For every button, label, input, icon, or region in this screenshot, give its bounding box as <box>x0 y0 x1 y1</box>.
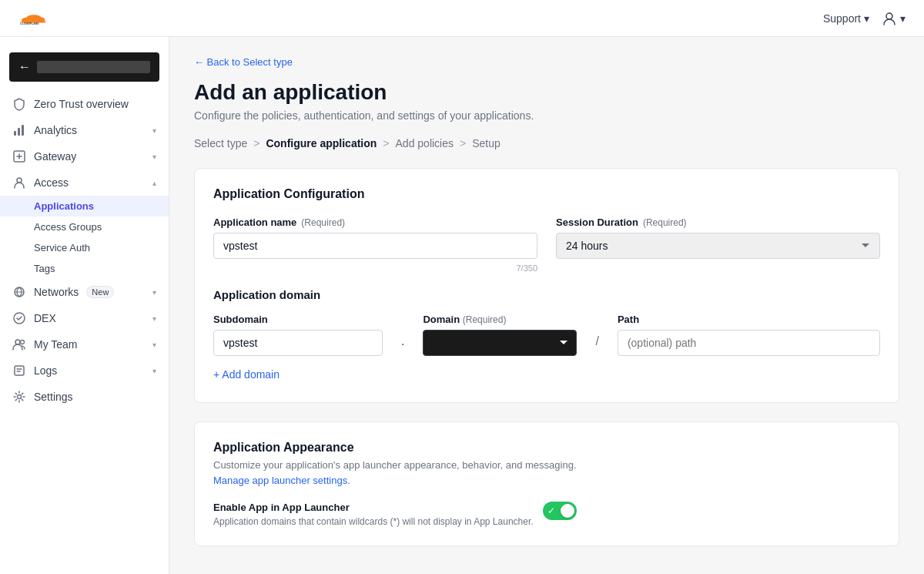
svg-rect-7 <box>18 128 20 136</box>
session-duration-select[interactable]: 30 minutes 1 hour 6 hours 12 hours 24 ho… <box>556 233 880 259</box>
account-switcher[interactable]: ← <box>9 52 159 82</box>
app-config-title: Application Configuration <box>213 187 880 201</box>
app-name-input[interactable] <box>213 233 537 259</box>
logo: CLOUDFLARE <box>18 8 49 29</box>
gateway-icon <box>12 149 26 163</box>
access-icon <box>12 176 26 190</box>
network-icon <box>12 285 26 299</box>
session-duration-label: Session Duration (Required) <box>556 217 880 228</box>
svg-point-16 <box>18 395 22 399</box>
app-name-label: Application name (Required) <box>213 217 537 228</box>
sidebar-item-my-team[interactable]: My Team ▾ <box>0 331 169 357</box>
team-icon <box>12 337 26 351</box>
breadcrumb-sep-2: > <box>383 137 389 149</box>
sidebar-item-gateway-label: Gateway <box>34 150 76 163</box>
sidebar-item-gateway[interactable]: Gateway ▾ <box>0 143 169 170</box>
main-content: ← Back to Select type Add an application… <box>169 37 924 574</box>
toggle-label: Enable App in App Launcher <box>213 502 534 513</box>
breadcrumb-step-1: Select type <box>194 137 247 149</box>
page-subtitle: Configure the policies, authentication, … <box>194 109 899 122</box>
svg-rect-15 <box>15 366 24 375</box>
account-name-redacted <box>37 61 150 73</box>
subdomain-col: Subdomain <box>213 314 383 356</box>
analytics-chevron: ▾ <box>152 126 156 135</box>
sidebar: ← Zero Trust overview Analytics ▾ <box>0 37 169 574</box>
toggle-desc: Application domains that contain wildcar… <box>213 516 534 527</box>
logs-chevron: ▾ <box>152 367 156 375</box>
top-nav-right: Support ▾ ▾ <box>823 11 906 26</box>
app-name-group: Application name (Required) 7/350 <box>213 217 537 273</box>
logs-icon <box>12 364 26 378</box>
domain-select[interactable] <box>423 330 577 356</box>
user-icon <box>882 11 897 26</box>
access-groups-label: Access Groups <box>34 221 102 233</box>
sidebar-item-logs-label: Logs <box>34 364 57 377</box>
sidebar-item-logs[interactable]: Logs ▾ <box>0 357 169 384</box>
applications-label: Applications <box>34 200 94 212</box>
sidebar-sub-item-service-auth[interactable]: Service Auth <box>0 237 169 258</box>
breadcrumb-step-4: Setup <box>472 137 500 149</box>
sidebar-sub-item-tags[interactable]: Tags <box>0 258 169 279</box>
support-chevron: ▾ <box>864 12 869 25</box>
sidebar-sub-item-access-groups[interactable]: Access Groups <box>0 217 169 237</box>
svg-rect-6 <box>14 131 16 136</box>
sidebar-item-zero-trust[interactable]: Zero Trust overview <box>0 91 169 117</box>
session-duration-required: (Required) <box>643 217 687 228</box>
support-label: Support <box>823 12 861 25</box>
enable-app-launcher-toggle[interactable]: ✓ <box>543 502 577 520</box>
sidebar-item-networks[interactable]: Networks New ▾ <box>0 279 169 305</box>
back-link[interactable]: ← Back to Select type <box>194 56 293 68</box>
breadcrumb-sep-3: > <box>460 137 466 149</box>
session-duration-group: Session Duration (Required) 30 minutes 1… <box>556 217 880 273</box>
cloudflare-logo: CLOUDFLARE <box>18 8 49 29</box>
sidebar-item-dex-label: DEX <box>34 312 56 324</box>
app-appearance-card: Application Appearance Customize your ap… <box>194 421 899 546</box>
path-label: Path <box>618 314 880 325</box>
toggle-thumb <box>561 504 574 518</box>
networks-badge: New <box>86 286 114 298</box>
svg-point-14 <box>21 341 25 344</box>
svg-rect-8 <box>22 125 24 136</box>
back-arrow-icon: ← <box>18 60 31 74</box>
breadcrumb: Select type > Configure application > Ad… <box>194 137 899 149</box>
access-chevron: ▴ <box>152 179 156 187</box>
sidebar-item-analytics[interactable]: Analytics ▾ <box>0 117 169 143</box>
gateway-chevron: ▾ <box>152 153 156 161</box>
service-auth-label: Service Auth <box>34 242 90 253</box>
toggle-text: Enable App in App Launcher Application d… <box>213 502 534 527</box>
domain-fields-row: Subdomain . Domain (Required) <box>213 314 880 356</box>
svg-text:CLOUDFLARE: CLOUDFLARE <box>20 22 39 25</box>
svg-point-10 <box>17 178 22 183</box>
user-chevron: ▾ <box>900 12 906 25</box>
support-button[interactable]: Support ▾ <box>823 12 869 25</box>
user-menu-button[interactable]: ▾ <box>882 11 906 26</box>
domain-col: Domain (Required) <box>423 314 577 356</box>
sidebar-item-settings[interactable]: Settings <box>0 384 169 410</box>
app-domain-title: Application domain <box>213 288 880 301</box>
appearance-subtitle: Customize your application's app launche… <box>213 459 880 471</box>
sidebar-sub-item-applications[interactable]: Applications <box>0 196 169 217</box>
sidebar-item-my-team-label: My Team <box>34 338 78 351</box>
toggle-check-icon: ✓ <box>547 505 555 516</box>
manage-app-launcher-link[interactable]: Manage app launcher settings. <box>213 475 350 486</box>
name-duration-row: Application name (Required) 7/350 Sessio… <box>213 217 880 273</box>
sidebar-item-analytics-label: Analytics <box>34 124 77 136</box>
enable-app-launcher-row: Enable App in App Launcher Application d… <box>213 502 880 527</box>
app-config-card: Application Configuration Application na… <box>194 168 899 403</box>
dot-separator: . <box>401 334 404 356</box>
shield-icon <box>12 97 26 111</box>
slash-separator: / <box>595 334 598 356</box>
sidebar-item-access-label: Access <box>34 176 69 189</box>
top-nav: CLOUDFLARE Support ▾ ▾ <box>0 0 924 37</box>
add-domain-button[interactable]: + Add domain <box>213 365 280 384</box>
subdomain-input[interactable] <box>213 330 383 356</box>
path-input[interactable] <box>618 330 880 356</box>
sidebar-item-dex[interactable]: DEX ▾ <box>0 305 169 331</box>
sidebar-item-access[interactable]: Access ▴ <box>0 170 169 196</box>
appearance-title: Application Appearance <box>213 441 880 455</box>
sidebar-item-settings-label: Settings <box>34 391 73 403</box>
breadcrumb-sep-1: > <box>253 137 259 149</box>
breadcrumb-step-2: Configure application <box>266 137 377 149</box>
toggle-track[interactable]: ✓ <box>543 502 577 520</box>
layout: ← Zero Trust overview Analytics ▾ <box>0 0 924 574</box>
